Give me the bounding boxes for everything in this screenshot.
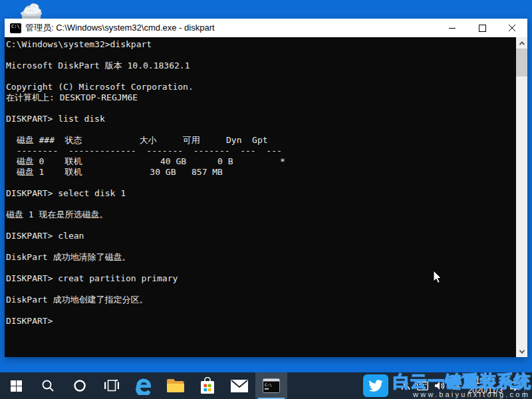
volume-button[interactable] (432, 372, 449, 399)
people-icon (401, 381, 410, 390)
window-title: 管理员: C:\Windows\system32\cmd.exe - diskp… (25, 22, 438, 34)
close-button[interactable] (497, 19, 527, 37)
store-button[interactable] (192, 372, 223, 399)
console-line: 磁盘 ### 状态 大小 可用 Dyn Gpt (6, 135, 515, 146)
windows-logo-icon (11, 380, 22, 392)
edge-icon (134, 376, 153, 395)
cmd-window: C:\_ 管理员: C:\Windows\system32\cmd.exe - … (5, 19, 527, 357)
chevron-down-icon (519, 348, 524, 353)
minimize-button[interactable] (438, 19, 467, 37)
edge-button[interactable] (128, 372, 160, 399)
explorer-button[interactable] (160, 372, 192, 399)
svg-text:C:\: C:\ (265, 382, 272, 387)
console-line: C:\Windows\system32>diskpart (6, 39, 515, 50)
volume-icon (435, 381, 446, 390)
cmd-taskbar-button[interactable]: C:\ (255, 372, 287, 399)
action-center-button[interactable] (507, 372, 524, 399)
show-desktop-button[interactable] (524, 372, 528, 399)
console-line: DiskPart 成功地清除了磁盘。 (6, 252, 515, 263)
chevron-up-icon (519, 41, 524, 47)
scroll-thumb[interactable] (516, 49, 527, 76)
console-line: 磁盘 1 联机 30 GB 857 MB (6, 167, 515, 178)
search-button[interactable] (32, 372, 64, 399)
mail-button[interactable] (223, 372, 255, 399)
console-line: DISKPART> (6, 316, 515, 327)
scroll-down-button[interactable] (516, 346, 527, 357)
clock-time: 15:21 (468, 376, 503, 386)
clock-date: 2020/11/3 (468, 386, 503, 395)
console-line: Microsoft DiskPart 版本 10.0.18362.1 (6, 61, 515, 71)
console-line (6, 284, 515, 295)
console-line: 磁盘 0 联机 40 GB 0 B * (6, 156, 515, 167)
people-button[interactable] (398, 372, 414, 399)
taskview-button[interactable] (96, 372, 128, 399)
console-line: -------- ------------- ------- ------- -… (6, 146, 515, 156)
console-line (6, 199, 515, 209)
desktop: { "window": { "title": "管理员: C:\\Windows… (0, 0, 532, 399)
cortana-button[interactable] (64, 372, 96, 399)
titlebar[interactable]: C:\_ 管理员: C:\Windows\system32\cmd.exe - … (5, 19, 527, 37)
console-line: 在计算机上: DESKTOP-REGJM6E (6, 92, 515, 103)
cortana-icon (73, 379, 86, 392)
console-line: DISKPART> select disk 1 (6, 188, 515, 199)
console-line: Copyright (C) Microsoft Corporation. (6, 82, 515, 92)
system-tray: 英 15:21 2020/11/3 (398, 372, 529, 399)
twitter-button[interactable] (363, 374, 388, 397)
console-line: 磁盘 1 现在是所选磁盘。 (6, 209, 515, 220)
console-line (6, 220, 515, 231)
console-line (6, 124, 515, 135)
store-icon (200, 377, 215, 394)
maximize-button[interactable] (467, 19, 497, 37)
console-line: DISKPART> clean (6, 231, 515, 241)
cmd-icon: C:\_ (10, 23, 21, 33)
console-line: DISKPART> list disk (6, 114, 515, 124)
taskview-icon (104, 380, 119, 392)
twitter-icon (368, 380, 383, 392)
cmd-icon: C:\ (263, 378, 280, 393)
search-icon (41, 379, 55, 392)
scroll-up-button[interactable] (516, 37, 527, 49)
touch-keyboard-icon (417, 382, 428, 390)
console-scrollbar[interactable] (516, 37, 527, 357)
console-line (6, 263, 515, 273)
mail-icon (231, 380, 248, 392)
console-line: DiskPart 成功地创建了指定分区。 (6, 295, 515, 305)
console-line (6, 178, 515, 188)
console-line (6, 241, 515, 252)
console-line (6, 50, 515, 61)
console-output[interactable]: C:\Windows\system32>diskpart Microsoft D… (5, 37, 527, 357)
start-button[interactable] (0, 372, 32, 399)
console-line (6, 103, 515, 114)
console-line (6, 71, 515, 82)
clock[interactable]: 15:21 2020/11/3 (464, 376, 507, 395)
console-text: C:\Windows\system32>diskpart Microsoft D… (6, 39, 515, 327)
taskbar: C:\ 英 (0, 372, 532, 399)
touch-keyboard-button[interactable] (414, 372, 432, 399)
folder-icon (167, 379, 184, 392)
action-center-icon (510, 381, 521, 391)
ime-indicator[interactable]: 英 (449, 372, 464, 399)
console-line (6, 305, 515, 316)
console-line: DISKPART> creat partition primary (6, 273, 515, 284)
